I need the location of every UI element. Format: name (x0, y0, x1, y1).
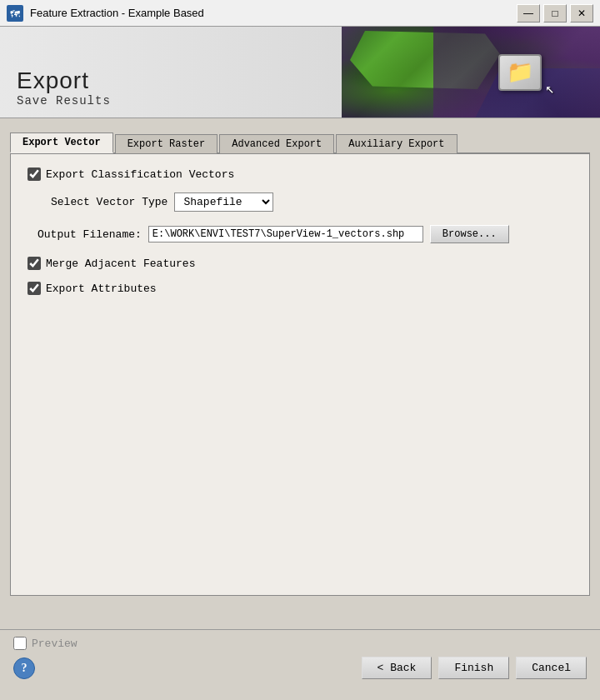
vector-type-row: Select Vector Type Shapefile KML GeoJSON (28, 192, 572, 212)
tab-auxiliary-export[interactable]: Auxiliary Export (336, 134, 457, 153)
tabs-container: Export Vector Export Raster Advanced Exp… (10, 132, 590, 154)
folder-icon: 📁 (507, 59, 533, 86)
maximize-button[interactable]: □ (543, 4, 567, 22)
window-controls: — □ ✕ (517, 4, 593, 22)
vector-type-select[interactable]: Shapefile KML GeoJSON (174, 192, 273, 212)
app-icon: 🗺 (7, 5, 23, 22)
bottom-area: Preview ? < Back Finish Cancel (0, 629, 600, 700)
merge-adjacent-features-row: Merge Adjacent Features (28, 257, 572, 270)
tab-export-raster[interactable]: Export Raster (115, 134, 218, 153)
browse-button[interactable]: Browse... (430, 225, 509, 243)
title-bar: 🗺 Feature Extraction - Example Based — □… (0, 0, 600, 27)
export-classification-vectors-row: Export Classification Vectors (28, 168, 572, 181)
header-text: Export Save Results (0, 58, 128, 118)
export-attributes-label: Export Attributes (46, 282, 157, 295)
output-filename-row: Output Filename: Browse... (28, 225, 572, 243)
export-classification-vectors-checkbox[interactable] (28, 168, 41, 181)
export-attributes-row: Export Attributes (28, 282, 572, 295)
export-classification-vectors-label: Export Classification Vectors (46, 168, 234, 181)
header-image (342, 27, 600, 118)
tab-export-vector[interactable]: Export Vector (10, 132, 113, 153)
back-button[interactable]: < Back (362, 657, 432, 679)
export-attributes-checkbox[interactable] (28, 282, 41, 295)
close-button[interactable]: ✕ (570, 4, 593, 22)
main-content: Export Vector Export Raster Advanced Exp… (0, 118, 600, 602)
cancel-button[interactable]: Cancel (516, 657, 587, 679)
tab-advanced-export[interactable]: Advanced Export (219, 134, 334, 153)
help-button[interactable]: ? (13, 658, 35, 679)
preview-checkbox[interactable] (13, 637, 27, 650)
satellite-image (342, 27, 600, 118)
output-filename-input[interactable] (148, 226, 423, 242)
action-buttons-row: ? < Back Finish Cancel (0, 653, 600, 689)
tab-panel-export-vector: Export Classification Vectors Select Vec… (10, 154, 590, 596)
header-subtitle: Save Results (17, 94, 111, 108)
merge-adjacent-features-checkbox[interactable] (28, 257, 41, 270)
folder-icon-button[interactable]: 📁 (498, 54, 542, 91)
preview-label: Preview (32, 638, 78, 650)
output-filename-label: Output Filename: (38, 228, 142, 241)
vector-type-label: Select Vector Type (51, 196, 168, 208)
finish-button[interactable]: Finish (438, 657, 509, 679)
merge-adjacent-features-label: Merge Adjacent Features (46, 258, 195, 270)
header-area: Export Save Results 📁 ↖ (0, 27, 600, 118)
minimize-button[interactable]: — (517, 4, 540, 22)
preview-row: Preview (0, 630, 600, 653)
svg-text:🗺: 🗺 (10, 9, 20, 21)
window-title: Feature Extraction - Example Based (30, 7, 517, 19)
header-title: Export (17, 68, 111, 94)
